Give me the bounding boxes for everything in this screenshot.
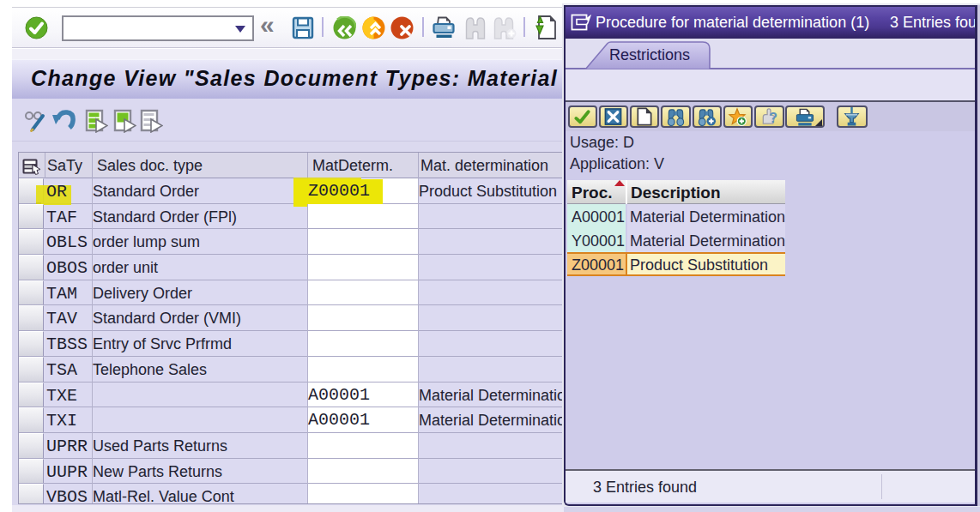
svg-text:?: ? <box>769 110 777 125</box>
